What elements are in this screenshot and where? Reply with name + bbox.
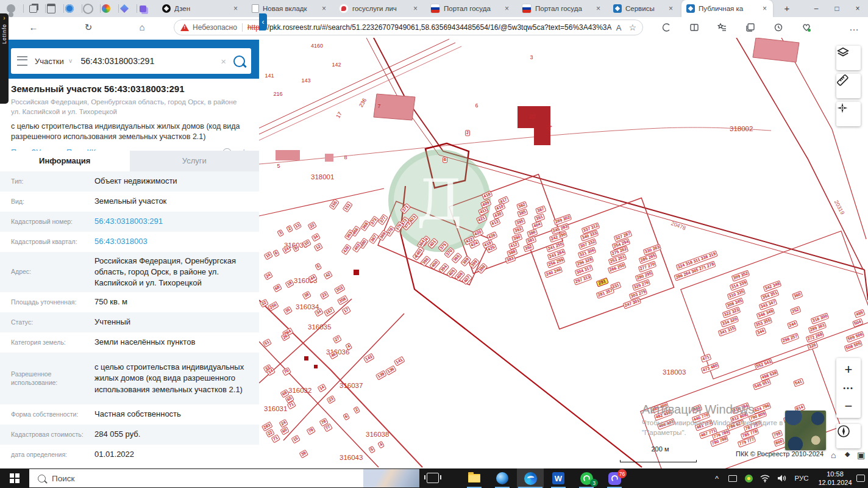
collections-icon[interactable] bbox=[744, 21, 757, 34]
home-icon[interactable]: ⌂ bbox=[135, 20, 149, 35]
browser-tab-3[interactable]: госуслуги лич× bbox=[334, 0, 424, 17]
parcel-label[interactable]: 216 bbox=[273, 92, 282, 98]
zoom-out-button[interactable]: − bbox=[836, 395, 861, 418]
tab-information[interactable]: Информация bbox=[0, 151, 130, 171]
marker-button[interactable] bbox=[836, 102, 861, 126]
browser-essentials-icon[interactable] bbox=[800, 21, 813, 34]
clear-search-icon[interactable]: × bbox=[221, 56, 226, 66]
favorite-star-icon[interactable]: ☆ bbox=[628, 23, 636, 32]
search-daily-image[interactable] bbox=[363, 469, 419, 487]
panel-collapse-chevron[interactable]: ‹ bbox=[259, 13, 267, 30]
back-icon[interactable]: ← bbox=[26, 20, 41, 35]
file-explorer-taskbar-icon[interactable] bbox=[461, 468, 488, 488]
zoom-in-button[interactable]: + bbox=[836, 358, 861, 381]
tab-close-icon[interactable]: × bbox=[503, 4, 510, 13]
window-icon[interactable] bbox=[45, 2, 57, 15]
start-button[interactable] bbox=[0, 468, 29, 488]
chevron-down-icon[interactable]: ˅ bbox=[69, 58, 73, 65]
window-minimize-button[interactable]: – bbox=[806, 0, 827, 17]
tab-close-icon[interactable]: × bbox=[595, 4, 602, 13]
taskbar-clock[interactable]: 10:5812.01.2024 bbox=[813, 468, 857, 488]
new-tab-button[interactable]: + bbox=[781, 3, 792, 14]
tab-stack-icon[interactable] bbox=[27, 2, 39, 15]
quarter-label-316031[interactable]: 316031 bbox=[264, 405, 287, 412]
parcel-label[interactable]: 20 bbox=[529, 114, 535, 120]
volume-tray-icon[interactable] bbox=[774, 468, 790, 488]
tab-close-icon[interactable]: × bbox=[667, 4, 674, 13]
color-ring-icon[interactable] bbox=[100, 2, 112, 15]
photos-app-taskbar-icon[interactable] bbox=[489, 468, 516, 488]
parcel-label[interactable]: 141 bbox=[265, 73, 274, 79]
window-close-button[interactable]: × bbox=[847, 0, 868, 17]
tab-close-icon[interactable]: × bbox=[321, 4, 327, 13]
cadastral-map[interactable]: Д 31800131800231800331603931603331603431… bbox=[259, 38, 868, 468]
parcel-label[interactable]: 3 bbox=[530, 55, 533, 61]
purple-apps-icon[interactable] bbox=[137, 2, 149, 15]
compass-button[interactable] bbox=[836, 424, 861, 448]
read-aloud-icon[interactable]: A bbox=[616, 23, 622, 32]
parcel-label[interactable]: 6 bbox=[475, 103, 478, 109]
diamond-icon[interactable] bbox=[118, 2, 130, 15]
quarter-label-316035[interactable]: 316035 bbox=[308, 323, 331, 331]
window-maximize-button[interactable]: □ bbox=[827, 0, 847, 17]
refresh-icon[interactable]: ↻ bbox=[81, 20, 96, 35]
word-taskbar-icon[interactable]: W bbox=[545, 468, 572, 488]
search-input[interactable]: 56:43:0318003:291 bbox=[81, 56, 221, 66]
language-indicator[interactable]: РУС bbox=[791, 468, 812, 488]
quarter-label-316037[interactable]: 316037 bbox=[340, 382, 363, 389]
browser-tab-6[interactable]: Сервисы× bbox=[608, 0, 679, 17]
task-view-icon[interactable] bbox=[427, 473, 439, 483]
browser-tab-7[interactable]: Публичная ка× bbox=[681, 0, 773, 17]
search-bar[interactable]: Участки ˅ 56:43:0318003:291 × bbox=[11, 48, 251, 74]
settings-menu-icon[interactable]: … bbox=[847, 21, 861, 34]
quarter-label-316034[interactable]: 316034 bbox=[296, 303, 319, 310]
layers-button[interactable] bbox=[836, 46, 861, 70]
parcel-label[interactable]: 8 bbox=[344, 155, 347, 161]
display-tray-icon[interactable] bbox=[725, 468, 740, 488]
tray-expand-chevron[interactable]: ^ bbox=[710, 468, 724, 488]
attribute-value[interactable]: 56:43:0318003 bbox=[94, 236, 248, 247]
wifi-tray-icon[interactable] bbox=[757, 468, 773, 488]
globe-icon[interactable] bbox=[63, 2, 76, 15]
parcel-label[interactable]: 143 bbox=[301, 78, 310, 84]
copilot-icon[interactable] bbox=[660, 21, 673, 34]
parcel-label[interactable]: 5 bbox=[277, 163, 280, 170]
split-screen-icon[interactable] bbox=[688, 21, 701, 34]
history-icon[interactable] bbox=[772, 21, 785, 34]
quarter-label-316032[interactable]: 316032 bbox=[288, 387, 311, 394]
browser-tab-5[interactable]: Портал госуда× bbox=[517, 0, 607, 17]
antivirus-tray-icon[interactable] bbox=[741, 468, 756, 488]
quarter-label-316043[interactable]: 316043 bbox=[340, 454, 363, 461]
favorites-icon[interactable] bbox=[716, 21, 729, 34]
gray-circle-icon[interactable] bbox=[82, 2, 94, 15]
quarter-label-318001[interactable]: 318001 bbox=[311, 173, 334, 181]
center-marker-icon[interactable]: ◆ bbox=[845, 450, 850, 458]
zoom-more-button[interactable]: ••• bbox=[836, 381, 861, 395]
home-view-icon[interactable]: ⌂ bbox=[831, 450, 836, 460]
tab-services[interactable]: Услуги bbox=[130, 151, 260, 171]
measure-button[interactable] bbox=[836, 74, 861, 98]
browser-tab-1[interactable]: Дзен× bbox=[157, 0, 244, 17]
search-icon[interactable] bbox=[233, 56, 245, 67]
tab-close-icon[interactable]: × bbox=[232, 4, 239, 13]
parcel-label[interactable]: 7 bbox=[377, 104, 380, 110]
attribute-value[interactable]: 56:43:0318003:291 bbox=[94, 216, 248, 227]
parcel-label[interactable]: 6 bbox=[443, 157, 447, 163]
tab-close-icon[interactable]: × bbox=[761, 4, 768, 13]
viber-taskbar-icon[interactable]: 76 bbox=[601, 468, 628, 488]
parcel-label[interactable]: 2 bbox=[465, 130, 470, 136]
basemap-toggle-icon[interactable]: ▣ bbox=[857, 450, 865, 460]
whatsapp-taskbar-icon[interactable]: 3 bbox=[573, 468, 600, 488]
browser-tab-4[interactable]: Портал госуда× bbox=[425, 0, 515, 17]
tab-close-icon[interactable]: × bbox=[412, 4, 419, 13]
quarter-label-318003[interactable]: 318003 bbox=[663, 368, 686, 376]
taskbar-search-box[interactable]: Поиск bbox=[29, 469, 419, 487]
basemap-preview-thumbnail[interactable] bbox=[785, 411, 826, 450]
search-category[interactable]: Участки bbox=[35, 57, 64, 66]
parcel-label[interactable]: 4160 bbox=[311, 43, 323, 49]
lotinfo-side-tab[interactable]: › LotInfo bbox=[0, 13, 9, 104]
notification-center-icon[interactable] bbox=[853, 468, 868, 488]
quarter-label-318002[interactable]: 318002 bbox=[730, 125, 753, 132]
parcel-label[interactable]: 142 bbox=[332, 62, 341, 68]
quarter-label-316038[interactable]: 316038 bbox=[366, 431, 389, 438]
